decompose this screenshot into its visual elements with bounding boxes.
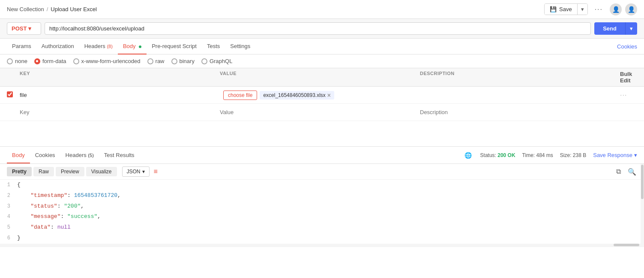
header: New Collection / Upload User Excel 💾 Sav… (0, 0, 644, 19)
response-status-area: 🌐 Status: 200 OK Time: 484 ms Size: 238 … (464, 152, 637, 159)
method-label: POST (12, 25, 27, 32)
line-num-3: 3 (0, 202, 17, 211)
code-content-2: "timestamp": 1654853761720, (17, 191, 644, 200)
form-table-header: KEY VALUE DESCRIPTION Bulk Edit (0, 68, 644, 87)
radio-form-data[interactable]: form-data (34, 58, 66, 64)
row-checkbox[interactable] (7, 91, 13, 97)
radio-dot-graphql (201, 58, 207, 64)
save-response-arrow: ▾ (634, 152, 637, 158)
radio-dot-none (7, 58, 13, 64)
cookies-link[interactable]: Cookies (617, 43, 637, 50)
format-visualize-button[interactable]: Visualize (86, 167, 117, 176)
radio-urlencoded[interactable]: x-www-form-urlencoded (73, 58, 141, 64)
time-label: Time: 484 ms (522, 152, 553, 158)
tab-headers[interactable]: Headers (8) (79, 39, 118, 54)
globe-icon: 🌐 (464, 152, 472, 159)
method-select[interactable]: POST ▾ (7, 22, 41, 35)
empty-value-input[interactable] (220, 109, 420, 115)
request-body-spacer (0, 121, 644, 147)
code-content-1: { (17, 181, 644, 190)
format-preview-button[interactable]: Preview (56, 167, 84, 176)
file-name-badge: excel_1654846050893.xlsx × (260, 91, 334, 100)
tab-authorization[interactable]: Authorization (36, 39, 79, 54)
more-options-button[interactable]: ··· (591, 3, 606, 15)
response-section: Body Cookies Headers (5) Test Results 🌐 … (0, 147, 644, 247)
row-checkbox-cell[interactable] (7, 91, 20, 99)
breadcrumb-collection[interactable]: New Collection (7, 6, 44, 12)
tab-tests[interactable]: Tests (202, 39, 225, 54)
response-tab-body[interactable]: Body (7, 148, 30, 163)
body-type-bar: none form-data x-www-form-urlencoded raw… (0, 54, 644, 68)
empty-desc-cell[interactable] (420, 109, 620, 115)
breadcrumb-request: Upload User Excel (51, 6, 97, 12)
file-remove-button[interactable]: × (327, 92, 331, 99)
tab-params[interactable]: Params (7, 39, 36, 54)
save-icon: 💾 (550, 6, 557, 12)
code-content-3: "status": "200", (17, 202, 644, 211)
tab-body[interactable]: Body (118, 39, 147, 54)
size-value: 238 B (573, 152, 586, 158)
empty-key-cell[interactable] (20, 109, 220, 115)
table-empty-row (0, 104, 644, 121)
save-dropdown-arrow[interactable]: ▾ (578, 4, 587, 15)
filter-icon-button[interactable]: ≡ (151, 167, 160, 176)
line-num-1: 1 (0, 181, 17, 189)
line-num-2: 2 (0, 192, 17, 200)
tab-settings[interactable]: Settings (225, 39, 255, 54)
response-top-row: Body Cookies Headers (5) Test Results 🌐 … (0, 147, 644, 164)
json-format-select[interactable]: JSON ▾ (122, 166, 150, 177)
row-description (420, 92, 620, 99)
response-tab-test-results[interactable]: Test Results (99, 148, 140, 163)
code-line-1: 1 { (0, 180, 644, 190)
code-content-5: "data": null (17, 223, 644, 232)
line-num-5: 5 (0, 224, 17, 232)
search-icon-button[interactable]: 🔍 (627, 167, 637, 177)
row-more-options[interactable]: ··· (620, 91, 637, 99)
choose-file-button[interactable]: choose file (223, 91, 257, 100)
file-name: excel_1654846050893.xlsx (263, 92, 325, 98)
status-label: Status: 200 OK (480, 152, 515, 158)
format-right: ⧉ 🔍 (615, 167, 637, 177)
save-response-button[interactable]: Save Response ▾ (593, 152, 637, 158)
size-label: Size: 238 B (560, 152, 586, 158)
format-pretty-button[interactable]: Pretty (7, 167, 32, 176)
scrollbar-thumb-bottom[interactable] (614, 244, 639, 246)
row-value-cell: choose file excel_1654846050893.xlsx × (220, 87, 420, 103)
save-button[interactable]: 💾 Save (545, 4, 578, 15)
empty-desc-input[interactable] (420, 109, 620, 115)
code-content-4: "message": "success", (17, 212, 644, 221)
format-left: Pretty Raw Preview Visualize JSON ▾ ≡ (7, 166, 160, 177)
avatar-secondary: 👤 (625, 3, 637, 15)
tab-pre-request[interactable]: Pre-request Script (147, 39, 202, 54)
request-tabs-bar: Params Authorization Headers (8) Body Pr… (0, 39, 644, 54)
format-raw-button[interactable]: Raw (33, 167, 54, 176)
table-row: file choose file excel_1654846050893.xls… (0, 87, 644, 104)
radio-raw[interactable]: raw (147, 58, 165, 64)
save-button-group[interactable]: 💾 Save ▾ (544, 3, 588, 15)
send-button-group[interactable]: Send ▾ (594, 22, 637, 35)
response-tab-headers[interactable]: Headers (5) (60, 148, 99, 163)
breadcrumb-separator: / (47, 6, 48, 12)
send-button[interactable]: Send (594, 22, 626, 35)
avatar: 👤 (610, 3, 622, 15)
empty-key-input[interactable] (20, 109, 220, 115)
radio-none[interactable]: none (7, 58, 27, 64)
bulk-edit-label: Bulk Edit (620, 71, 637, 84)
empty-value-cell[interactable] (220, 109, 420, 115)
copy-button[interactable]: ⧉ (615, 167, 622, 176)
scrollbar-track-right[interactable] (641, 164, 644, 247)
line-num-4: 4 (0, 213, 17, 221)
code-line-4: 4 "message": "success", (0, 212, 644, 222)
send-dropdown-arrow[interactable]: ▾ (626, 22, 637, 35)
scrollbar-thumb-right[interactable] (641, 165, 644, 199)
code-content-6: } (17, 234, 644, 243)
response-tab-cookies[interactable]: Cookies (30, 148, 60, 163)
scrollbar-track-bottom[interactable] (0, 244, 644, 247)
code-line-3: 3 "status": "200", (0, 201, 644, 212)
avatar-area: 👤 👤 (610, 3, 637, 15)
url-input[interactable] (45, 22, 591, 35)
code-line-2: 2 "timestamp": 1654853761720, (0, 190, 644, 201)
radio-binary[interactable]: binary (171, 58, 195, 64)
line-num-6: 6 (0, 234, 17, 242)
radio-graphql[interactable]: GraphQL (201, 58, 232, 64)
